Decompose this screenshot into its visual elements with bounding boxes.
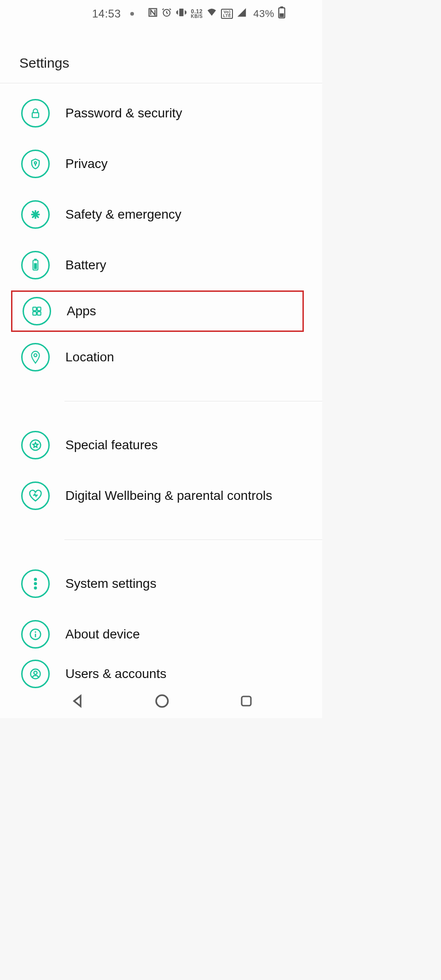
row-privacy[interactable]: Privacy xyxy=(0,139,322,189)
svg-point-18 xyxy=(34,582,37,585)
dots-vertical-icon xyxy=(21,569,50,598)
vibrate-icon xyxy=(175,7,187,20)
row-password-security[interactable]: Password & security xyxy=(0,88,322,139)
row-users-accounts[interactable]: Users & accounts xyxy=(0,660,322,688)
location-pin-icon xyxy=(21,343,50,371)
signal-icon xyxy=(237,7,247,20)
page-title: Settings xyxy=(19,55,322,71)
data-rate-unit: KB/S xyxy=(191,14,203,18)
svg-rect-9 xyxy=(34,259,36,260)
apps-grid-icon xyxy=(23,297,51,325)
row-system-settings[interactable]: System settings xyxy=(0,558,322,609)
volte-icon: Vo) LTE xyxy=(221,9,233,19)
row-battery[interactable]: Battery xyxy=(0,240,322,290)
lock-icon xyxy=(21,99,50,128)
nav-recents-button[interactable] xyxy=(239,694,253,710)
status-dot-icon xyxy=(130,12,134,16)
data-rate-icon: 0.12 KB/S xyxy=(191,9,203,18)
row-label: Password & security xyxy=(65,106,182,121)
svg-point-21 xyxy=(35,631,36,632)
volte-bot: LTE xyxy=(223,14,231,17)
row-label: About device xyxy=(65,627,140,642)
row-label: Location xyxy=(65,350,114,365)
row-safety-emergency[interactable]: Safety & emergency xyxy=(0,189,322,240)
wifi-icon xyxy=(206,7,217,20)
person-icon xyxy=(21,660,50,688)
nav-back-button[interactable] xyxy=(70,693,85,711)
battery-icon xyxy=(21,251,50,279)
svg-rect-11 xyxy=(33,307,36,311)
battery-percent: 43% xyxy=(253,8,274,20)
shield-key-icon xyxy=(21,150,50,178)
row-label: Apps xyxy=(67,304,96,319)
row-label: System settings xyxy=(65,576,157,591)
svg-rect-13 xyxy=(33,312,36,315)
svg-point-24 xyxy=(156,695,168,707)
status-icons: 0.12 KB/S Vo) LTE 43% xyxy=(148,6,285,21)
heart-icon xyxy=(21,481,50,510)
row-label: Users & accounts xyxy=(65,667,166,681)
system-navbar xyxy=(0,686,322,718)
asterisk-icon xyxy=(21,200,50,229)
row-about-device[interactable]: About device xyxy=(0,609,322,660)
row-digital-wellbeing[interactable]: Digital Wellbeing & parental controls xyxy=(0,470,322,521)
battery-icon xyxy=(278,6,285,21)
svg-rect-12 xyxy=(37,307,41,311)
svg-rect-14 xyxy=(37,312,41,315)
status-time: 14:53 xyxy=(92,7,121,20)
page-header: Settings xyxy=(0,28,322,83)
star-circle-icon xyxy=(21,431,50,459)
nav-home-button[interactable] xyxy=(154,693,170,711)
row-location[interactable]: Location xyxy=(0,332,322,383)
nfc-icon xyxy=(148,7,158,20)
svg-rect-5 xyxy=(279,13,284,17)
row-label: Privacy xyxy=(65,157,108,171)
alarm-icon xyxy=(162,7,172,20)
svg-rect-2 xyxy=(179,9,183,17)
row-apps[interactable]: Apps xyxy=(11,290,304,332)
info-icon xyxy=(21,620,50,649)
svg-rect-6 xyxy=(32,113,39,118)
row-label: Battery xyxy=(65,258,106,273)
status-bar: 14:53 0.12 KB/S Vo) LTE xyxy=(0,0,322,28)
svg-point-7 xyxy=(35,162,37,164)
row-label: Safety & emergency xyxy=(65,207,181,222)
svg-rect-25 xyxy=(242,696,251,706)
svg-point-17 xyxy=(34,578,37,581)
row-special-features[interactable]: Special features xyxy=(0,420,322,470)
row-label: Special features xyxy=(65,438,158,452)
row-label: Digital Wellbeing & parental controls xyxy=(65,488,272,503)
svg-rect-10 xyxy=(34,263,37,269)
svg-point-15 xyxy=(34,354,37,357)
settings-list: Password & security Privacy Safety & eme… xyxy=(0,83,322,688)
svg-point-19 xyxy=(34,587,37,590)
svg-point-23 xyxy=(34,671,37,674)
phone-frame: 14:53 0.12 KB/S Vo) LTE xyxy=(0,0,322,718)
